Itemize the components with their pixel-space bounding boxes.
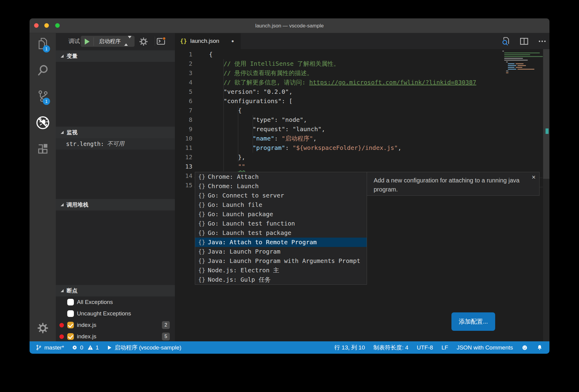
extensions-icon xyxy=(36,142,49,156)
suggest-item-label: Go: Connect to server xyxy=(208,192,284,199)
sidebar-item-search[interactable] xyxy=(30,64,56,77)
variables-section-header[interactable]: 变量 xyxy=(56,50,175,62)
open-changes-button[interactable] xyxy=(501,36,511,46)
code-line[interactable]: 2 // 使用 IntelliSense 了解相关属性。 xyxy=(175,59,549,68)
watch-expression: str.length: xyxy=(66,138,104,150)
line-number: 13 xyxy=(175,162,192,171)
code-line[interactable]: 8 "type": "node", xyxy=(175,115,549,125)
snippet-braces-icon: {} xyxy=(195,173,208,180)
suggest-item-label: Java: Launch Program xyxy=(208,248,280,255)
suggest-item[interactable]: {}Java: Attach to Remote Program xyxy=(195,238,367,247)
configure-launch-button[interactable] xyxy=(139,37,148,46)
problems-status[interactable]: 0 1 xyxy=(72,344,99,351)
eol-status[interactable]: LF xyxy=(441,344,448,351)
editor-actions xyxy=(501,33,547,49)
breakpoint-checkbox[interactable] xyxy=(67,322,74,328)
sidebar-item-debug[interactable] xyxy=(30,115,56,130)
suggest-item[interactable]: {}Go: Launch package xyxy=(195,210,367,219)
minimap-line xyxy=(517,69,534,70)
suggest-item[interactable]: {}Node.js: Gulp 任务 xyxy=(195,275,367,284)
breakpoint-row[interactable]: index.js5 xyxy=(56,331,175,341)
line-number: 4 xyxy=(175,78,192,87)
search-icon xyxy=(36,64,49,77)
code-line[interactable]: 3 // 悬停以查看现有属性的描述。 xyxy=(175,68,549,78)
code-line[interactable]: 5 "version": "0.2.0", xyxy=(175,87,549,96)
feedback-button[interactable] xyxy=(521,344,528,351)
breakpoint-checkbox[interactable] xyxy=(67,333,74,340)
suggest-item[interactable]: {}Chrome: Launch xyxy=(195,182,367,191)
suggest-item[interactable]: {}Go: Connect to server xyxy=(195,191,367,200)
breakpoint-checkbox[interactable] xyxy=(67,299,74,305)
suggest-item-label: Go: Launch test function xyxy=(208,220,295,227)
code-line[interactable]: 1{ xyxy=(175,50,549,59)
close-icon[interactable]: × xyxy=(532,173,536,181)
cursor-position-status[interactable]: 行 13, 列 10 xyxy=(334,344,365,352)
code-line[interactable]: 9 "request": "launch", xyxy=(175,125,549,134)
run-config-status[interactable]: 启动程序 (vscode-sample) xyxy=(107,344,182,352)
encoding-status[interactable]: UTF-8 xyxy=(417,344,433,351)
suggest-item-label: Go: Launch package xyxy=(208,210,273,218)
git-branch-status[interactable]: master* xyxy=(36,344,64,351)
title-bar[interactable]: launch.json — vscode-sample xyxy=(30,18,549,33)
desktop-background: launch.json — vscode-sample 1 xyxy=(0,0,579,392)
suggest-item[interactable]: {}Java: Launch Program xyxy=(195,247,367,256)
workbench: 1 1 xyxy=(30,33,549,341)
code-line[interactable]: 13 "" xyxy=(175,162,549,171)
breakpoints-section-header[interactable]: 断点 xyxy=(56,285,175,296)
suggest-item-label: Go: Launch test package xyxy=(208,229,291,236)
watch-expression-row[interactable]: str.length: 不可用 xyxy=(56,138,175,150)
line-content: // 欲了解更多信息, 请访问: https://go.microsoft.co… xyxy=(209,78,476,87)
suggest-item[interactable]: {}Java: Launch Program with Arguments Pr… xyxy=(195,256,367,266)
line-number: 14 xyxy=(175,171,192,181)
vscode-window: launch.json — vscode-sample 1 xyxy=(30,18,549,354)
suggest-item[interactable]: {}Chrome: Attach xyxy=(195,172,367,182)
language-mode-status[interactable]: JSON with Comments xyxy=(457,344,513,351)
minimap-line xyxy=(506,72,508,73)
tab-launch-json[interactable]: {} launch.json ● xyxy=(175,33,241,49)
suggest-item[interactable]: {}Go: Launch file xyxy=(195,200,367,210)
twistie-icon xyxy=(61,131,64,134)
line-content: { xyxy=(209,106,242,115)
minimap-line xyxy=(516,67,522,68)
more-actions-button[interactable] xyxy=(537,36,547,46)
code-line[interactable]: 7 { xyxy=(175,106,549,115)
json-file-icon: {} xyxy=(180,33,187,49)
breakpoint-dot-icon xyxy=(59,334,64,339)
ellipsis-icon xyxy=(537,36,547,46)
sidebar-item-extensions[interactable] xyxy=(30,142,56,156)
line-content: "type": "node", xyxy=(209,115,307,125)
add-configuration-button[interactable]: 添加配置... xyxy=(451,312,495,331)
code-line[interactable]: 10 "name": "启动程序", xyxy=(175,134,549,143)
suggest-item[interactable]: {}Go: Launch test package xyxy=(195,228,367,238)
code-line[interactable]: 6 "configurations": [ xyxy=(175,96,549,106)
breakpoint-checkbox[interactable] xyxy=(67,310,74,317)
warnings-icon xyxy=(87,345,93,350)
bell-icon xyxy=(536,344,543,351)
breakpoint-row[interactable]: Uncaught Exceptions xyxy=(56,308,175,319)
activity-bar: 1 1 xyxy=(30,33,56,341)
call-stack-section-header[interactable]: 调用堆栈 xyxy=(56,199,175,210)
watch-section-header[interactable]: 监视 xyxy=(56,127,175,138)
debug-console-button[interactable] xyxy=(156,36,166,46)
manage-button[interactable] xyxy=(30,322,56,334)
modified-dot-icon[interactable]: ● xyxy=(231,33,234,49)
breakpoint-label: index.js xyxy=(77,331,96,341)
minimap[interactable] xyxy=(502,49,543,103)
debug-config-dropdown[interactable]: 启动程序 xyxy=(81,36,135,47)
breakpoint-row[interactable]: index.js2 xyxy=(56,319,175,331)
indent-status[interactable]: 制表符长度: 4 xyxy=(373,344,408,352)
start-debug-icon[interactable] xyxy=(85,39,90,45)
minimap-line xyxy=(516,63,524,64)
code-line[interactable]: 11 "program": "${workspaceFolder}/index.… xyxy=(175,143,549,153)
snippet-braces-icon: {} xyxy=(195,276,208,283)
code-line[interactable]: 12 }, xyxy=(175,153,549,162)
suggest-item-label: Go: Launch file xyxy=(208,201,262,208)
breakpoint-row[interactable]: All Exceptions xyxy=(56,296,175,308)
code-line[interactable]: 4 // 欲了解更多信息, 请访问: https://go.microsoft.… xyxy=(175,78,549,87)
split-editor-button[interactable] xyxy=(519,36,529,46)
snippet-braces-icon: {} xyxy=(195,192,208,199)
notifications-button[interactable] xyxy=(536,344,543,351)
scrollbar-slider[interactable] xyxy=(543,49,549,179)
suggest-item[interactable]: {}Node.js: Electron 主 xyxy=(195,266,367,275)
suggest-item[interactable]: {}Go: Launch test function xyxy=(195,219,367,228)
